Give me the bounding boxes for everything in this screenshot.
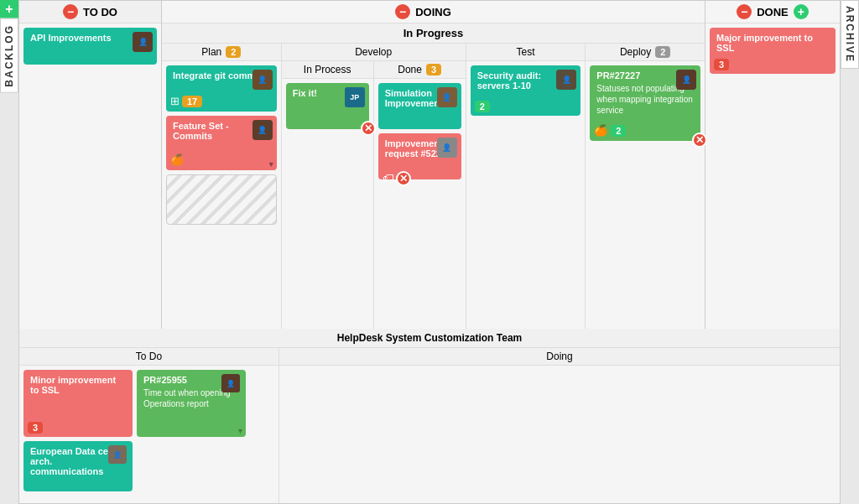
- doing-header: − DOING: [162, 1, 705, 23]
- card-title: Major improvement to SSL: [716, 33, 813, 53]
- helpdesk-doing-cards: [279, 366, 840, 503]
- plan-header: Plan 2: [162, 44, 281, 61]
- card-pr25955[interactable]: PR#25955 Time out when opening Operation…: [137, 370, 246, 437]
- card-title: Security audit: servers 1-10: [477, 70, 541, 91]
- done-sub: Done 3 Simulation Improvements 👤: [374, 61, 466, 329]
- card-title: Minor improvement to SSL: [30, 375, 116, 395]
- avatar: 👤: [437, 87, 457, 107]
- todo-title: TO DO: [83, 6, 117, 18]
- card-title: Fix it!: [293, 88, 317, 98]
- card-title: Feature Set - Commits: [173, 121, 229, 141]
- helpdesk-todo-header: To Do: [19, 348, 279, 366]
- card-api-improvements[interactable]: API Improvements 👤: [23, 28, 157, 65]
- backlog-plus-btn[interactable]: +: [0, 0, 18, 18]
- done-header: − DONE +: [705, 1, 840, 23]
- deploy-label: Deploy: [620, 46, 651, 58]
- develop-header: Develop: [282, 44, 466, 61]
- done-sub-cards: Simulation Improvements 👤 Improvement re…: [374, 79, 466, 329]
- helpdesk-doing-column: Doing: [279, 348, 840, 503]
- chevron-down-icon: ▼: [268, 160, 275, 169]
- done-card-badge: 3: [714, 59, 729, 70]
- deploy-badge: 2: [655, 46, 670, 58]
- test-label: Test: [517, 46, 535, 58]
- done-minus-btn[interactable]: −: [737, 4, 752, 19]
- done-sub-badge: 3: [426, 64, 441, 75]
- helpdesk-todo-cards: Minor improvement to SSL 3 PR#25955 Time…: [19, 366, 279, 441]
- plan-card-badge: 17: [182, 96, 202, 107]
- card-security-audit[interactable]: Security audit: servers 1-10 👤 2: [471, 65, 581, 116]
- main-board: − TO DO API Improvements 👤 −: [18, 0, 841, 504]
- helpdesk-todo-column: To Do Minor improvement to SSL 3 PR#2595…: [19, 348, 279, 503]
- card-minor-ssl[interactable]: Minor improvement to SSL 3: [23, 370, 133, 437]
- card-feature-set[interactable]: Feature Set - Commits 👤 🍊 ▼: [166, 116, 277, 170]
- deploy-column: Deploy 2 PR#27227 Statuses not populatin…: [586, 44, 705, 329]
- card-major-ssl[interactable]: Major improvement to SSL 3: [710, 28, 836, 74]
- card-improvement-request[interactable]: Improvement request #522 👤 🏷 ✕: [378, 133, 461, 179]
- card-european-datacenter[interactable]: European Data center arch. communication…: [23, 441, 133, 491]
- grid-icon: ⊞: [170, 95, 180, 107]
- doing-sub-columns: Plan 2 Integrate git commits 👤: [162, 44, 705, 329]
- helpdesk-header: HelpDesk System Customization Team: [19, 329, 840, 348]
- helpdesk-section: HelpDesk System Customization Team To Do…: [18, 329, 841, 504]
- in-process-sub: In Process Fix it! JP ✕: [282, 61, 374, 329]
- avatar: 👤: [108, 445, 128, 465]
- card-title: Improvement request #522: [385, 138, 443, 158]
- orange-icon: 🍊: [594, 124, 607, 137]
- card-integrate-git[interactable]: Integrate git commits 👤 ⊞ 17: [166, 65, 277, 112]
- archive-sidebar: ARCHIVE: [841, 0, 859, 69]
- card-fix-it[interactable]: Fix it! JP ✕: [286, 83, 369, 129]
- todo-minus-btn[interactable]: −: [63, 4, 78, 19]
- done-title: DONE: [757, 6, 789, 18]
- avatar: 👤: [437, 138, 457, 158]
- avatar: 👤: [676, 70, 696, 90]
- chevron-down-icon: ▼: [237, 427, 244, 435]
- done-cards: Major improvement to SSL 3: [705, 23, 840, 329]
- test-header: Test: [466, 44, 586, 61]
- remove-btn[interactable]: ✕: [396, 171, 411, 186]
- in-progress-header: In Progress: [162, 23, 705, 44]
- pr-number: PR#25955: [143, 375, 187, 385]
- test-card-badge: 2: [475, 101, 490, 112]
- helpdesk-columns: To Do Minor improvement to SSL 3 PR#2595…: [19, 348, 840, 503]
- in-process-cards: Fix it! JP ✕: [282, 79, 373, 329]
- plan-badge: 2: [226, 46, 241, 58]
- done-plus-btn[interactable]: +: [794, 4, 809, 19]
- remove-btn[interactable]: ✕: [361, 121, 376, 136]
- doing-title: DOING: [415, 6, 451, 18]
- avatar: 👤: [252, 70, 273, 90]
- card-simulation[interactable]: Simulation Improvements 👤: [378, 83, 461, 129]
- done-column: − DONE + Major improvement to SSL 3: [705, 1, 840, 329]
- helpdesk-doing-header: Doing: [279, 348, 840, 366]
- plan-column: Plan 2 Integrate git commits 👤: [162, 44, 282, 329]
- todo-cards: API Improvements 👤: [19, 23, 161, 329]
- test-cards: Security audit: servers 1-10 👤 2: [466, 61, 586, 329]
- test-column: Test Security audit: servers 1-10 👤 2: [466, 44, 586, 329]
- archive-sidebar-container: ARCHIVE: [841, 0, 859, 504]
- develop-column: Develop In Process: [282, 44, 466, 329]
- done-sub-label: Done: [398, 64, 422, 75]
- plus-icon: +: [5, 2, 13, 17]
- remove-btn[interactable]: ✕: [692, 132, 707, 148]
- avatar: 👤: [221, 374, 242, 394]
- card-placeholder: [166, 174, 277, 225]
- avatar: 👤: [133, 32, 153, 52]
- in-process-header: In Process: [282, 61, 373, 79]
- jp-avatar: JP: [345, 87, 365, 107]
- in-process-label: In Process: [304, 64, 351, 75]
- doing-minus-btn[interactable]: −: [395, 4, 410, 19]
- deploy-header: Deploy 2: [586, 44, 705, 61]
- done-sub-header: Done 3: [374, 61, 466, 79]
- orange-icon: 🍊: [170, 153, 184, 166]
- plan-label: Plan: [201, 46, 221, 58]
- pr-number: PR#27227: [596, 70, 640, 81]
- deploy-card-badge: 2: [611, 125, 626, 137]
- develop-label: Develop: [355, 46, 392, 58]
- minor-ssl-badge: 3: [28, 422, 43, 434]
- avatar: 👤: [252, 120, 273, 140]
- card-title: API Improvements: [30, 33, 112, 43]
- tags-icon: 🏷: [383, 171, 394, 186]
- todo-header: − TO DO: [19, 1, 161, 23]
- helpdesk-todo-second-row: European Data center arch. communication…: [19, 441, 279, 496]
- card-pr27227[interactable]: PR#27227 Statuses not populating when ma…: [590, 65, 700, 141]
- kanban-board: + BACKLOG 10 − TO DO API Improvements: [0, 0, 859, 504]
